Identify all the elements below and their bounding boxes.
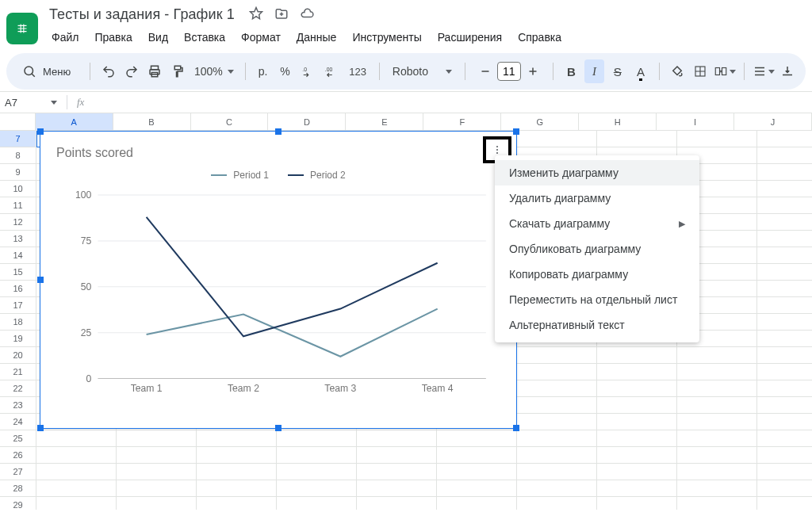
row-header[interactable]: 18	[0, 314, 36, 331]
menu-data[interactable]: Данные	[289, 28, 344, 47]
submenu-arrow-icon: ▶	[679, 219, 685, 229]
column-header[interactable]: C	[191, 113, 269, 131]
paint-format-button[interactable]	[168, 59, 188, 83]
star-icon[interactable]	[249, 6, 263, 23]
chart-context-menu: Изменить диаграмму Удалить диаграмму Ска…	[495, 155, 699, 342]
menu-edit[interactable]: Правка	[87, 28, 139, 47]
svg-text:0: 0	[86, 373, 92, 384]
column-header[interactable]: J	[734, 113, 812, 131]
legend-item: Period 2	[288, 170, 346, 181]
chevron-down-icon	[446, 70, 452, 74]
row-header[interactable]: 12	[0, 214, 36, 231]
borders-button[interactable]	[691, 59, 710, 83]
row-header[interactable]: 23	[0, 397, 36, 414]
embedded-chart[interactable]: Points scored Period 1 Period 2 02550751…	[40, 131, 517, 429]
bold-button[interactable]: B	[561, 59, 581, 83]
row-header[interactable]: 25	[0, 430, 36, 447]
row-header[interactable]: 11	[0, 197, 36, 214]
svg-text:75: 75	[81, 235, 92, 247]
sheets-app-icon[interactable]	[6, 13, 38, 44]
row-header[interactable]: 16	[0, 281, 36, 297]
row-header[interactable]: 17	[0, 297, 36, 314]
format-currency-button[interactable]: р.	[254, 59, 273, 83]
row-header[interactable]: 27	[0, 464, 36, 480]
svg-text:Team 4: Team 4	[422, 383, 454, 394]
menu-search-label: Меню	[43, 66, 71, 78]
svg-text:Team 1: Team 1	[131, 383, 163, 394]
column-header[interactable]: E	[346, 113, 423, 131]
redo-button[interactable]	[121, 59, 141, 83]
context-menu-item[interactable]: Копировать диаграмму	[495, 262, 699, 287]
row-header[interactable]: 15	[0, 264, 36, 281]
menu-extensions[interactable]: Расширения	[431, 28, 509, 47]
context-menu-item[interactable]: Скачать диаграмму ▶	[495, 211, 699, 236]
fill-color-button[interactable]	[668, 59, 688, 83]
svg-text:.0: .0	[303, 67, 308, 72]
chevron-down-icon	[51, 101, 57, 105]
strikethrough-button[interactable]: S	[607, 59, 627, 83]
move-icon[interactable]	[274, 6, 289, 23]
context-menu-item[interactable]: Удалить диаграмму	[495, 185, 699, 211]
text-color-button[interactable]: A	[630, 59, 650, 83]
decrease-font-size-button[interactable]	[473, 59, 497, 83]
context-menu-item[interactable]: Переместить на отдельный лист	[495, 287, 699, 312]
merge-cells-button[interactable]	[714, 59, 736, 83]
row-header[interactable]: 20	[0, 347, 36, 364]
menu-help[interactable]: Справка	[511, 28, 569, 47]
name-box[interactable]: A7	[5, 97, 62, 109]
increase-font-size-button[interactable]	[521, 59, 545, 83]
chevron-down-icon	[730, 70, 736, 74]
menu-view[interactable]: Вид	[141, 28, 175, 47]
legend-item: Period 1	[211, 170, 269, 181]
row-header[interactable]: 22	[0, 380, 36, 397]
print-button[interactable]	[144, 59, 164, 83]
column-header[interactable]: A	[36, 113, 113, 131]
menu-tools[interactable]: Инструменты	[345, 28, 428, 47]
column-header[interactable]: I	[657, 113, 734, 131]
chart-legend: Period 1 Period 2	[56, 170, 500, 181]
context-menu-item[interactable]: Опубликовать диаграмму	[495, 236, 699, 262]
chart-plot-area: 0255075100Team 1Team 2Team 3Team 4	[75, 192, 494, 395]
more-formats-button[interactable]: 123	[344, 59, 371, 83]
row-header[interactable]: 29	[0, 497, 36, 510]
menu-file[interactable]: Файл	[44, 28, 86, 47]
row-header[interactable]: 19	[0, 331, 36, 347]
row-header[interactable]: 7	[0, 131, 36, 147]
horizontal-align-button[interactable]	[753, 59, 775, 83]
toolbar: Меню 100% р. % .0 .00 123 Roboto B I S A	[6, 53, 806, 90]
column-header[interactable]: B	[113, 113, 191, 131]
menu-search[interactable]: Меню	[14, 59, 82, 83]
increase-decimal-button[interactable]: .00	[321, 59, 341, 83]
row-header[interactable]: 8	[0, 147, 36, 164]
svg-marker-1	[250, 8, 262, 19]
format-percent-button[interactable]: %	[275, 59, 294, 83]
font-family-select[interactable]: Roboto	[388, 65, 457, 78]
svg-rect-9	[715, 68, 719, 75]
context-menu-item[interactable]: Альтернативный текст	[495, 312, 699, 338]
cloud-status-icon[interactable]	[300, 6, 314, 23]
column-header[interactable]: H	[579, 113, 657, 131]
undo-button[interactable]	[98, 59, 118, 83]
row-header[interactable]: 21	[0, 364, 36, 380]
row-header[interactable]: 10	[0, 181, 36, 197]
column-header[interactable]: F	[423, 113, 501, 131]
legend-swatch	[288, 174, 304, 176]
row-header[interactable]: 9	[0, 164, 36, 181]
svg-text:Team 3: Team 3	[324, 383, 356, 394]
row-header[interactable]: 26	[0, 447, 36, 464]
menu-format[interactable]: Формат	[234, 28, 288, 47]
decrease-decimal-button[interactable]: .0	[298, 59, 318, 83]
vertical-align-button[interactable]	[778, 59, 798, 83]
menu-insert[interactable]: Вставка	[177, 28, 232, 47]
row-header[interactable]: 24	[0, 414, 36, 430]
row-header[interactable]: 14	[0, 247, 36, 264]
row-header[interactable]: 28	[0, 480, 36, 497]
chevron-down-icon	[228, 70, 234, 74]
row-header[interactable]: 13	[0, 231, 36, 247]
doc-title[interactable]: Тесты и задания - График 1	[44, 5, 239, 25]
zoom-select[interactable]: 100%	[191, 65, 237, 78]
context-menu-item[interactable]: Изменить диаграмму	[495, 160, 699, 185]
svg-text:50: 50	[81, 281, 92, 292]
italic-button[interactable]: I	[584, 59, 604, 83]
font-size-input[interactable]	[497, 62, 521, 81]
